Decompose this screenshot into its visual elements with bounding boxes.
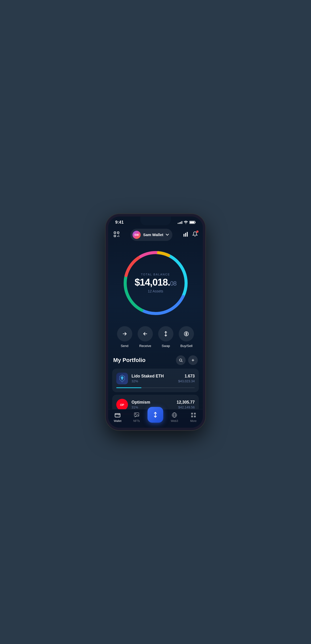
status-time: 9:41 (115, 220, 124, 225)
lido-usd: $43,023.34 (178, 379, 195, 383)
portfolio-title: My Portfolio (113, 357, 145, 364)
svg-rect-3 (114, 232, 116, 234)
portfolio-search-button[interactable] (176, 355, 186, 365)
avatar: SW (133, 231, 141, 239)
signal-icon (178, 221, 182, 224)
wallet-nav-icon (114, 412, 121, 418)
notch (140, 217, 171, 225)
receive-icon-circle (138, 326, 153, 341)
bar-chart-icon (183, 232, 189, 237)
svg-rect-1 (190, 221, 194, 223)
lido-percentage: 32% (132, 379, 175, 383)
svg-point-24 (179, 359, 182, 361)
svg-point-29 (121, 377, 123, 379)
optimism-usd: $42,149.56 (177, 405, 195, 409)
bottom-navigation: Wallet NFTs (108, 409, 203, 428)
buysell-icon-circle (179, 326, 194, 341)
svg-rect-32 (115, 414, 120, 417)
svg-rect-42 (194, 416, 196, 417)
add-icon (191, 358, 195, 362)
svg-rect-39 (191, 413, 193, 415)
notification-button[interactable] (192, 231, 198, 238)
wallet-nav-label: Wallet (114, 419, 121, 422)
lido-values: 1.673 $43,023.34 (178, 374, 195, 383)
svg-rect-12 (187, 232, 188, 236)
svg-rect-2 (195, 222, 196, 223)
wallet-name: Sam Wallet (143, 233, 163, 237)
nav-center-area (146, 412, 165, 423)
swap-nav-button[interactable] (148, 407, 163, 423)
lido-name: Lido Staked ETH (132, 374, 175, 378)
assets-count: 12 Assets (135, 289, 176, 293)
wallet-selector[interactable]: SW Sam Wallet (130, 229, 172, 241)
scan-button[interactable] (113, 231, 120, 239)
svg-text:OP: OP (120, 403, 124, 406)
more-nav-icon (190, 412, 197, 418)
svg-line-25 (182, 361, 183, 362)
header-actions (183, 231, 198, 238)
send-label: Send (121, 344, 128, 348)
asset-card-lido[interactable]: Lido Staked ETH 32% 1.673 $43,023.34 (112, 369, 199, 392)
balance-amount: $14,018.08 (135, 277, 176, 287)
balance-label: TOTAL BALANCE (135, 273, 176, 276)
more-nav-label: More (190, 419, 197, 422)
swap-icon-circle (158, 326, 173, 341)
notification-badge (196, 230, 199, 233)
nfts-nav-label: NFTs (133, 419, 140, 422)
asset-row: Lido Staked ETH 32% 1.673 $43,023.34 (116, 373, 195, 384)
action-buttons: Send Receive (108, 324, 203, 355)
svg-rect-40 (194, 413, 196, 415)
battery-icon (189, 221, 196, 224)
nav-wallet[interactable]: Wallet (108, 412, 127, 422)
portfolio-header: My Portfolio (112, 355, 199, 365)
lido-logo (116, 373, 128, 384)
svg-rect-41 (191, 416, 193, 417)
receive-label: Receive (139, 344, 151, 348)
svg-rect-5 (114, 235, 116, 237)
optimism-values: 12,305.77 $42,149.56 (177, 400, 195, 409)
receive-button[interactable]: Receive (138, 326, 153, 348)
svg-rect-4 (117, 232, 119, 234)
svg-rect-10 (184, 234, 185, 237)
svg-rect-11 (185, 233, 186, 237)
swap-button[interactable]: Swap (158, 326, 173, 348)
donut-chart: TOTAL BALANCE $14,018.08 12 Assets (120, 247, 191, 319)
balance-chart: TOTAL BALANCE $14,018.08 12 Assets (108, 245, 203, 324)
send-button[interactable]: Send (117, 326, 132, 348)
wifi-icon (184, 221, 188, 224)
lido-info: Lido Staked ETH 32% (132, 374, 175, 383)
lido-amount: 1.673 (178, 374, 195, 378)
optimism-logo: OP (116, 399, 128, 410)
nav-web3[interactable]: Web3 (165, 412, 184, 422)
search-icon (179, 358, 183, 362)
optimism-amount: 12,305.77 (177, 400, 195, 405)
nav-more[interactable]: More (184, 412, 203, 422)
balance-main: $14,018. (135, 277, 170, 288)
buysell-label: Buy/Sell (181, 344, 193, 348)
swap-nav-icon (152, 411, 159, 418)
scan-icon (113, 231, 120, 238)
nfts-nav-icon (134, 412, 140, 418)
web3-nav-icon (171, 412, 177, 418)
svg-line-9 (117, 236, 118, 237)
balance-center: TOTAL BALANCE $14,018.08 12 Assets (135, 273, 176, 293)
chart-button[interactable] (183, 232, 189, 238)
web3-nav-label: Web3 (171, 419, 178, 422)
nav-nfts[interactable]: NFTs (127, 412, 146, 422)
portfolio-actions (176, 355, 198, 365)
status-icons (178, 221, 196, 224)
app-header: SW Sam Wallet (108, 227, 203, 245)
phone-frame: 9:41 (106, 214, 205, 430)
lido-progress-fill (116, 387, 141, 388)
send-icon-circle (117, 326, 132, 341)
lido-progress-bar (116, 387, 195, 388)
portfolio-add-button[interactable] (188, 355, 198, 365)
swap-label: Swap (162, 344, 170, 348)
optimism-name: Optimism (132, 400, 173, 405)
buysell-button[interactable]: Buy/Sell (179, 326, 194, 348)
svg-point-34 (135, 414, 136, 415)
chevron-down-icon (166, 234, 169, 236)
balance-cents: 08 (170, 280, 176, 287)
phone-screen: 9:41 (108, 217, 203, 428)
